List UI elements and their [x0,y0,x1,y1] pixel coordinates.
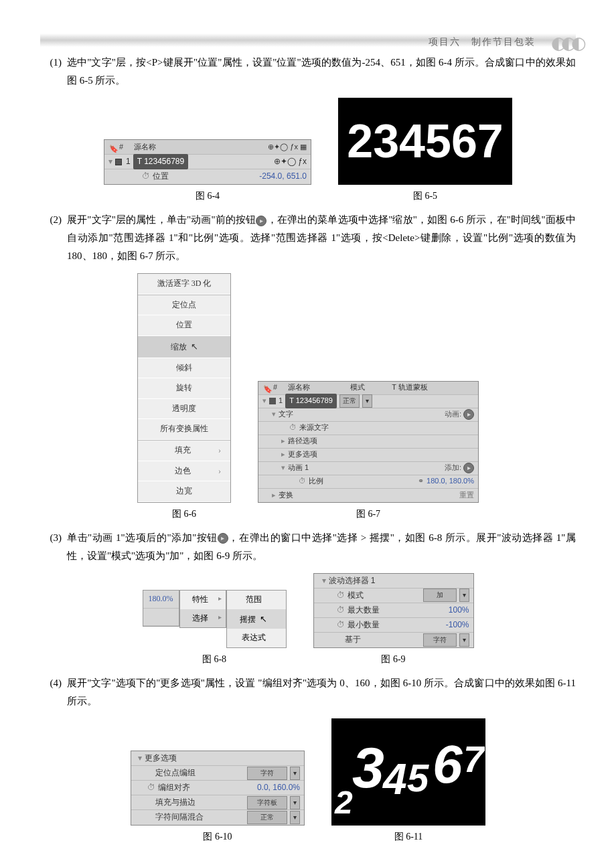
fig69-caption: 图 6-9 [313,651,474,668]
stopwatch-icon[interactable]: ⏱ [289,421,297,435]
twirl-down-icon[interactable]: ▾ [272,408,276,421]
dropdown-arrow-icon[interactable]: ▾ [459,633,469,647]
fig65-preview: 234567 [338,98,512,185]
tag-icon: 🔖 [263,383,273,392]
fig611-preview: 2 3 4 5 6 7 [331,718,485,826]
fig64-col-num: # [119,141,123,154]
menu-item[interactable]: 定位点 [138,295,230,316]
menu-item-select[interactable]: 选择 [180,609,226,628]
menu-item[interactable]: 填充 [138,441,230,461]
menu-item-wiggle[interactable]: 摇摆↖ [227,609,286,629]
add-circle-icon[interactable] [463,409,474,420]
fig67-layer-row[interactable]: ▾ 1 T 123456789 正常▾ [258,395,478,408]
mode-dropdown[interactable]: 正常 [339,394,360,408]
stopwatch-icon[interactable]: ⏱ [299,475,306,488]
menu-item[interactable]: 倾斜 [138,358,230,379]
cursor-icon: ↖ [260,614,267,624]
stopwatch-icon[interactable]: ⏱ [142,169,150,184]
add-button-icon[interactable] [218,533,228,544]
animate-add[interactable]: 动画: [445,408,474,421]
figure-6-4: 🔖 # 源名称 ⊕✦◯ ƒx ▦ ▾ 1 T 123456789 ⊕✦◯ ƒx … [104,139,311,204]
mode-dropdown[interactable]: 加 [423,589,457,602]
digit: 2 [335,774,353,826]
fig610-align-val[interactable]: 0.0, 160.0% [257,781,300,795]
stopwatch-icon[interactable]: ⏱ [337,603,345,618]
digit: 4 [383,741,407,818]
anchor-dropdown[interactable]: 字符 [247,767,287,780]
twirl-right-icon[interactable]: ▸ [281,435,285,448]
dropdown-arrow-icon[interactable]: ▾ [290,811,300,824]
step-3: (3) 单击"动画 1"选项后的"添加"按钮，在弹出的窗口中选择"选择 > 摇摆… [40,529,576,565]
twirl-down-icon[interactable]: ▾ [322,574,326,589]
fig67-header: 🔖 # 源名称 模式 T 轨道蒙板 [258,382,478,395]
figure-6-10: ▾ 更多选项 定位点编组 字符▾ ⏱ 编组对齐 0.0, 160.0% 填充与描… [131,751,305,845]
fig69-max: ⏱ 最大数量 100% [314,603,473,618]
fig67-scale: ⏱ 比例 ⚭ 180.0, 180.0% [258,475,478,489]
twirl-down-icon[interactable]: ▾ [281,461,285,475]
figure-6-7: 🔖 # 源名称 模式 T 轨道蒙板 ▾ 1 T 123456789 正常▾ ▾ … [258,381,479,522]
based-dropdown[interactable]: 字符 [423,633,457,647]
fig64-position-value[interactable]: -254.0, 651.0 [259,169,307,184]
fig67-text-group: ▾ 文字 动画: [258,408,478,422]
step-4-text: 展开"文字"选项下的"更多选项"属性，设置 "编组对齐"选项为 0、160，如图… [67,674,576,710]
step-4: (4) 展开"文字"选项下的"更多选项"属性，设置 "编组对齐"选项为 0、16… [40,674,576,710]
fig66-caption: 图 6-6 [137,505,231,522]
menu-item[interactable]: 边色 [138,461,230,482]
menu-item[interactable]: 激活逐字 3D 化 [138,274,230,295]
trk-dropdown[interactable]: ▾ [362,394,372,408]
fig610-blend: 字符间隔混合 正常▾ [131,810,304,825]
fig64-layer-row[interactable]: ▾ 1 T 123456789 ⊕✦◯ ƒx [104,155,311,169]
chapter-title: 项目六 制作节目包装 [429,33,536,50]
fig67-caption: 图 6-7 [258,505,479,522]
figure-6-11: 2 3 4 5 6 7 图 6-11 [331,718,485,845]
menu-item[interactable]: 特性 [180,591,226,609]
switches-icons: ⊕✦◯ ƒx ▦ [268,141,307,154]
animate-button-icon[interactable] [256,216,266,226]
reset-link[interactable]: 重置 [459,489,474,502]
dropdown-arrow-icon[interactable]: ▾ [459,589,469,602]
stopwatch-icon[interactable]: ⏱ [337,618,345,633]
stopwatch-icon[interactable]: ⏱ [337,589,345,603]
dropdown-arrow-icon[interactable]: ▾ [290,767,300,780]
page-header-bar: 项目六 制作节目包装 ◐◐◐ [40,33,576,47]
twirl-right-icon[interactable]: ▸ [272,489,276,502]
twirl-right-icon[interactable]: ▸ [281,448,285,461]
fig64-col-name: 源名称 [134,141,156,154]
fig69-max-val[interactable]: 100% [449,603,469,618]
figure-6-8: 180.0% 特性 选择 范围 摇摆↖ 表达式 图 6-8 [143,590,287,668]
menu-item[interactable]: 范围 [227,591,286,609]
twirl-down-icon[interactable]: ▾ [138,751,142,766]
menu-item-scale[interactable]: 缩放↖ [138,336,230,358]
fig611-caption: 图 6-11 [331,828,485,845]
cursor-icon: ↖ [191,341,198,352]
menu-item[interactable]: 表达式 [227,629,286,647]
fig68-val[interactable]: 180.0% [149,594,173,603]
add-circle-icon[interactable] [463,463,474,473]
digit: 6 [433,718,463,813]
dropdown-arrow-icon[interactable]: ▾ [290,796,300,809]
fx-icons: ⊕✦◯ ƒx [274,155,307,169]
digit: 3 [352,718,384,819]
fig67-scale-value[interactable]: 180.0, 180.0% [427,475,474,488]
anim-add[interactable]: 添加: [445,461,474,475]
fig69-min-val[interactable]: -100% [446,618,469,633]
menu-item[interactable]: 透明度 [138,399,230,420]
fillstroke-dropdown[interactable]: 字符板 [247,796,287,809]
fig65-caption: 图 6-5 [338,187,512,204]
fig68-menu1: 特性 选择 [179,590,226,628]
menu-item[interactable]: 边宽 [138,481,230,502]
fig67-layer-name[interactable]: T 123456789 [285,394,337,408]
twirl-down-icon[interactable]: ▾ [108,155,112,169]
figure-6-6: 激活逐字 3D 化 定位点 位置 缩放↖ 倾斜 旋转 透明度 所有变换属性 填充… [137,273,231,522]
fig64-layer-name[interactable]: T 123456789 [133,154,189,170]
fig64-header-row: 🔖 # 源名称 ⊕✦◯ ƒx ▦ [104,140,311,155]
menu-item[interactable]: 所有变换属性 [138,419,230,440]
link-icon[interactable]: ⚭ [418,475,424,488]
twirl-down-icon[interactable]: ▾ [262,394,266,408]
fig67-transform: ▸ 变换 重置 [258,489,478,502]
blend-dropdown[interactable]: 正常 [247,811,287,824]
menu-item[interactable]: 旋转 [138,378,230,399]
fig69-min: ⏱ 最小数量 -100% [314,618,473,633]
menu-item[interactable]: 位置 [138,315,230,336]
stopwatch-icon[interactable]: ⏱ [147,781,155,795]
